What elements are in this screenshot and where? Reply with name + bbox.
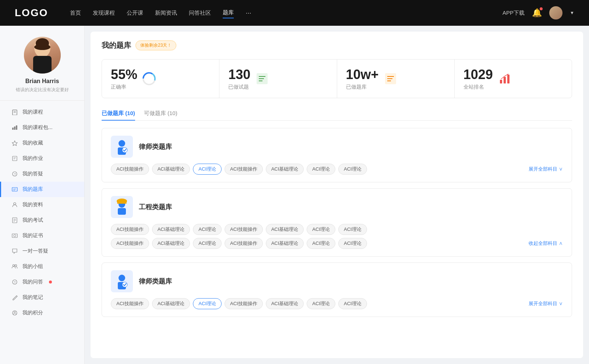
stat-done-q-num: 130 (228, 67, 250, 82)
app-download[interactable]: APP下载 (502, 10, 525, 17)
sidebar-item-label: 我的答疑 (22, 171, 43, 177)
svg-point-46 (119, 140, 125, 147)
tab-done-banks[interactable]: 已做题库 (10) (102, 107, 135, 121)
sidebar-item-qbank[interactable]: 我的题库 (0, 182, 84, 197)
tag-item[interactable]: ACI理论 (307, 238, 335, 249)
tag-item[interactable]: ACI理论 (193, 224, 222, 235)
tag-item[interactable]: ACI基础理论 (266, 224, 304, 235)
svg-point-19 (14, 203, 16, 205)
svg-rect-1 (33, 56, 52, 74)
qbank-header: 律师类题库 (111, 136, 563, 158)
svg-point-25 (14, 235, 16, 237)
logo: LOGO (15, 7, 48, 19)
tag-item[interactable]: ACI理论 (193, 298, 222, 309)
nav-opencourse[interactable]: 公开课 (127, 8, 143, 18)
tag-item[interactable]: ACI基础理论 (266, 238, 304, 249)
expand-button-2[interactable]: 展开全部科目 ∨ (529, 300, 563, 307)
qbank-icon-engineer (111, 196, 133, 218)
stat-numbers: 1029 全站排名 (463, 67, 493, 90)
homework-icon (11, 155, 18, 162)
sidebar-item-coursepack[interactable]: 我的课程包... (0, 120, 84, 135)
sidebar-item-label: 我的笔记 (22, 294, 43, 301)
sidebar-item-favorites[interactable]: 我的收藏 (0, 135, 84, 151)
nav-qbank[interactable]: 题库 (223, 8, 234, 18)
nav-more[interactable]: ··· (246, 9, 251, 17)
nav-discover[interactable]: 发现课程 (93, 8, 115, 18)
avatar-svg (24, 37, 61, 74)
svg-text:?: ? (14, 172, 16, 176)
tag-item[interactable]: ACI理论 (307, 298, 335, 309)
tag-item[interactable]: ACI基础理论 (152, 238, 190, 249)
svg-point-53 (119, 275, 125, 281)
tag-item[interactable]: ACI理论 (307, 164, 335, 175)
sidebar-item-course[interactable]: 我的课程 (0, 104, 84, 120)
tag-item[interactable]: ACI理论 (338, 238, 367, 249)
notification-bell[interactable]: 🔔 (532, 8, 542, 18)
nav-qa[interactable]: 问答社区 (189, 8, 211, 18)
tag-item[interactable]: ACI技能操作 (225, 298, 263, 309)
user-avatar[interactable] (549, 6, 562, 19)
exam-icon (11, 217, 18, 224)
stat-done-questions: 130 已做试题 (219, 60, 337, 98)
tag-item[interactable]: ACI理论 (338, 298, 367, 309)
svg-point-26 (13, 265, 15, 267)
sidebar-username: Brian Harris (7, 78, 77, 85)
tag-item[interactable]: ACI基础理论 (266, 164, 304, 175)
tag-item[interactable]: ACI基础理论 (152, 164, 190, 175)
stat-rank: 1029 全站排名 (455, 60, 572, 98)
sidebar-item-questions[interactable]: ? 我的答疑 (0, 166, 84, 182)
svg-rect-16 (12, 188, 17, 191)
nav-home[interactable]: 首页 (70, 8, 81, 18)
sidebar-item-1on1[interactable]: 一对一答疑 (0, 243, 84, 259)
tag-item[interactable]: ACI基础理论 (152, 298, 190, 309)
list-icon-orange (384, 72, 398, 86)
tab-available-banks[interactable]: 可做题库 (10) (144, 107, 177, 121)
tags-row-2b: ACI技能操作 ACI基础理论 ACI理论 ACI技能操作 ACI基础理论 AC… (111, 238, 563, 249)
tag-item[interactable]: ACI技能操作 (111, 298, 149, 309)
tag-item[interactable]: ACI理论 (338, 164, 367, 175)
svg-rect-52 (117, 202, 127, 204)
expand-button[interactable]: 展开全部科目 ∨ (529, 166, 563, 172)
tabs: 已做题库 (10) 可做题库 (10) (102, 107, 572, 121)
sidebar-item-label: 我的问答 (22, 279, 43, 285)
qbank-section-lawyer-1: 律师类题库 ACI技能操作 ACI基础理论 ACI理论 ACI技能操作 ACI基… (102, 128, 572, 182)
tag-item[interactable]: ACI技能操作 (225, 164, 263, 175)
sidebar-item-exam[interactable]: 我的考试 (0, 213, 84, 228)
sidebar-item-homework[interactable]: 我的作业 (0, 151, 84, 166)
qbank-icon-lawyer2 (111, 270, 133, 292)
sidebar-item-group[interactable]: 我的小组 (0, 259, 84, 274)
sidebar-item-certificate[interactable]: 我的证书 (0, 228, 84, 243)
accuracy-chart-icon (142, 71, 156, 86)
tag-item[interactable]: ACI技能操作 (111, 164, 149, 175)
main-content: 我的题库 体验剩余23天！ 55% 正确率 (91, 32, 583, 358)
tag-item[interactable]: ACI理论 (193, 238, 222, 249)
tag-item[interactable]: ACI基础理论 (152, 224, 190, 235)
collapse-button[interactable]: 收起全部科目 ∧ (529, 240, 563, 247)
avatar-chevron-icon[interactable]: ▼ (570, 10, 574, 15)
qa-icon: ? (11, 279, 18, 285)
tag-item[interactable]: ACI理论 (193, 164, 222, 175)
sidebar-item-notes[interactable]: 我的笔记 (0, 290, 84, 305)
sidebar-item-points[interactable]: 我的积分 (0, 305, 84, 321)
tag-item[interactable]: ACI理论 (307, 224, 335, 235)
stat-numbers: 10w+ 已做题库 (346, 67, 379, 90)
sidebar-item-profile[interactable]: 我的资料 (0, 197, 84, 213)
page-title: 我的题库 (102, 40, 131, 50)
tag-item[interactable]: ACI基础理论 (266, 298, 304, 309)
stat-accuracy-label: 正确率 (111, 84, 137, 90)
tag-item[interactable]: ACI理论 (338, 224, 367, 235)
avatar-image (24, 37, 61, 74)
certificate-icon (11, 232, 18, 239)
tag-item[interactable]: ACI技能操作 (225, 238, 263, 249)
tag-item[interactable]: ACI技能操作 (111, 238, 149, 249)
tag-item[interactable]: ACI技能操作 (225, 224, 263, 235)
nav-news[interactable]: 新闻资讯 (155, 8, 177, 18)
svg-rect-44 (504, 77, 506, 83)
sidebar-item-myqa[interactable]: ? 我的问答 (0, 274, 84, 290)
course-icon (11, 109, 18, 115)
tag-item[interactable]: ACI技能操作 (111, 224, 149, 235)
sidebar-item-label: 我的作业 (22, 155, 43, 162)
points-icon (11, 310, 18, 316)
svg-point-27 (15, 265, 17, 267)
stat-numbers: 55% 正确率 (111, 67, 137, 90)
